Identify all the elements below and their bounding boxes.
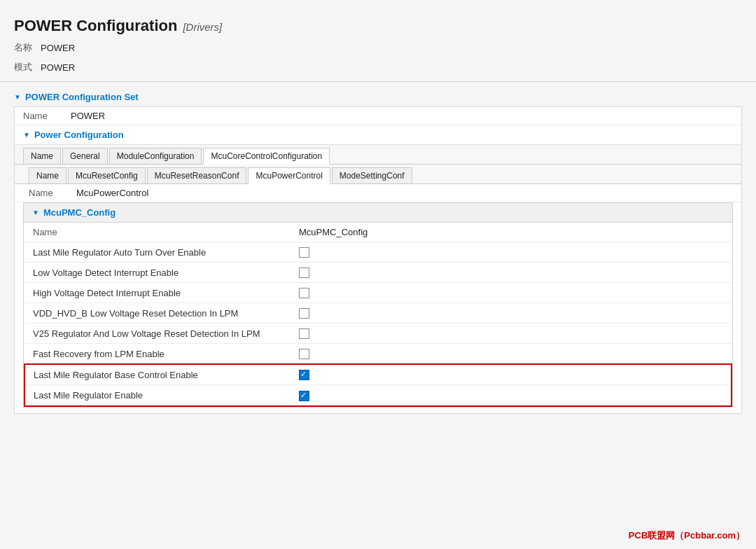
tabs-level1: NameGeneralModuleConfigurationMcuCoreCon… xyxy=(15,145,741,165)
checkbox-unchecked[interactable] xyxy=(299,267,309,278)
inner-tab-mcuresetreasonconf[interactable]: McuResetReasonConf xyxy=(147,167,247,183)
checkbox-unchecked[interactable] xyxy=(299,247,309,258)
tab-mcucorecontrolconfiguration[interactable]: McuCoreControlConfiguration xyxy=(203,148,330,165)
power-config-subsection: ▼ Power Configuration NameGeneralModuleC… xyxy=(15,125,741,408)
row-checkbox-cell[interactable] xyxy=(290,344,732,365)
pcs-name-value: POWER xyxy=(71,111,105,121)
checkbox-checked[interactable] xyxy=(299,370,309,380)
page-title-row: POWER Configuration [Drivers] xyxy=(0,11,756,38)
mcu-pmc-name-value: McuPMC_Config xyxy=(290,223,732,242)
inner-tab-modesettingconf[interactable]: ModeSettingConf xyxy=(332,167,412,183)
power-config-set-panel: Name POWER ▼ Power Configuration NameGen… xyxy=(14,106,742,414)
checkbox-unchecked[interactable] xyxy=(299,328,309,339)
mcu-pmc-title: McuPMC_Config xyxy=(43,207,115,218)
row-checkbox-cell[interactable] xyxy=(290,263,732,283)
row-label: Last Mile Regulator Enable xyxy=(24,385,290,406)
mode-meta-value: POWER xyxy=(41,62,75,73)
tab-moduleconfiguration[interactable]: ModuleConfiguration xyxy=(109,148,202,164)
row-label: V25 Regulator And Low Voltage Reset Dete… xyxy=(24,324,290,344)
inner-name-value: McuPowerControl xyxy=(76,188,148,198)
row-checkbox-cell[interactable] xyxy=(290,283,732,303)
checkbox-unchecked[interactable] xyxy=(299,288,309,298)
meta-name-row: 名称 POWER xyxy=(0,38,756,57)
table-row: Fast Recovery from LPM Enable xyxy=(24,344,732,365)
row-checkbox-cell[interactable] xyxy=(290,364,732,385)
table-row: Last Mile Regulator Auto Turn Over Enabl… xyxy=(24,242,732,263)
mcu-pmc-name-label: Name xyxy=(24,223,290,242)
row-checkbox-cell[interactable] xyxy=(290,303,732,324)
row-label: VDD_HVD_B Low Voltage Reset Detection In… xyxy=(24,303,290,324)
checkbox-unchecked[interactable] xyxy=(299,349,309,359)
row-label: High Voltage Detect Interrupt Enable xyxy=(24,283,290,303)
checkbox-unchecked[interactable] xyxy=(299,308,309,319)
chevron-down-icon: ▼ xyxy=(14,93,21,101)
power-config-title: Power Configuration xyxy=(34,130,124,140)
tab-name[interactable]: Name xyxy=(23,148,61,164)
table-row: Last Mile Regulator Base Control Enable xyxy=(24,364,732,385)
row-checkbox-cell[interactable] xyxy=(290,385,732,406)
watermark: PCB联盟网（Pcbbar.com） xyxy=(629,529,745,542)
table-row: Low Voltage Detect Interrupt Enable xyxy=(24,263,732,283)
power-config-set-section-header[interactable]: ▼ POWER Configuration Set xyxy=(0,86,756,106)
inner-name-row: Name McuPowerControl xyxy=(15,184,741,202)
inner-tab-name[interactable]: Name xyxy=(29,167,66,183)
chevron-mcu-pmc-icon: ▼ xyxy=(32,209,39,216)
row-label: Low Voltage Detect Interrupt Enable xyxy=(24,263,290,283)
table-row: High Voltage Detect Interrupt Enable xyxy=(24,283,732,303)
mcu-pmc-section: ▼ McuPMC_Config Name McuPMC_Config Last … xyxy=(23,202,733,408)
name-meta-value: POWER xyxy=(41,43,75,53)
inner-tab-mcupowercontrol[interactable]: McuPowerControl xyxy=(248,167,330,184)
inner-name-label: Name xyxy=(29,188,71,198)
row-label: Fast Recovery from LPM Enable xyxy=(24,344,290,365)
table-row: Last Mile Regulator Enable xyxy=(24,385,732,406)
page-title-sub: [Drivers] xyxy=(183,21,222,33)
pcs-name-row: Name POWER xyxy=(15,107,741,125)
row-checkbox-cell[interactable] xyxy=(290,324,732,344)
table-row: V25 Regulator And Low Voltage Reset Dete… xyxy=(24,324,732,344)
row-label: Last Mile Regulator Base Control Enable xyxy=(24,364,290,385)
mcu-pmc-name-row: Name McuPMC_Config xyxy=(24,223,732,242)
tabs-level2: NameMcuResetConfigMcuResetReasonConfMcuP… xyxy=(15,165,741,184)
mcu-pmc-header[interactable]: ▼ McuPMC_Config xyxy=(24,203,732,223)
mcu-pmc-config-table: Name McuPMC_Config Last Mile Regulator A… xyxy=(24,223,732,407)
power-config-header[interactable]: ▼ Power Configuration xyxy=(15,125,741,145)
checkbox-checked[interactable] xyxy=(299,391,309,401)
page-container: POWER Configuration [Drivers] 名称 POWER 模… xyxy=(0,0,756,549)
meta-mode-row: 模式 POWER xyxy=(0,57,756,77)
mode-meta-label: 模式 xyxy=(14,61,32,74)
inner-tab-mcuresetconfig[interactable]: McuResetConfig xyxy=(68,167,146,183)
name-meta-label: 名称 xyxy=(14,41,32,54)
table-row: VDD_HVD_B Low Voltage Reset Detection In… xyxy=(24,303,732,324)
page-title-main: POWER Configuration xyxy=(14,17,177,35)
chevron-power-config-icon: ▼ xyxy=(23,131,30,139)
tab-general[interactable]: General xyxy=(62,148,108,164)
power-config-set-title: POWER Configuration Set xyxy=(25,92,139,102)
pcs-name-label: Name xyxy=(23,111,65,121)
row-checkbox-cell[interactable] xyxy=(290,242,732,263)
row-label: Last Mile Regulator Auto Turn Over Enabl… xyxy=(24,242,290,263)
